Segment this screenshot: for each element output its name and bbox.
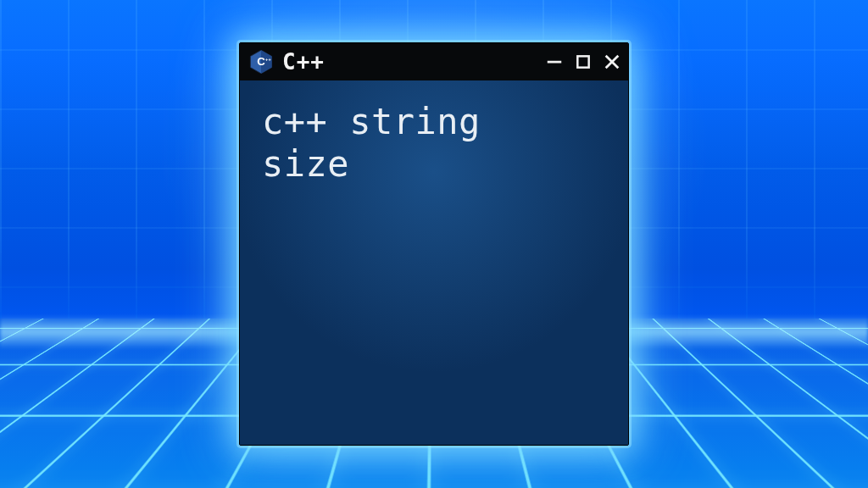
close-button[interactable] [603, 53, 621, 71]
window-title: C++ [282, 49, 537, 75]
titlebar[interactable]: C + + C++ [240, 43, 628, 80]
app-window: C + + C++ [239, 42, 629, 446]
svg-text:+: + [265, 57, 268, 62]
svg-rect-6 [577, 56, 588, 67]
maximize-button[interactable] [574, 53, 593, 71]
window-controls [545, 53, 621, 71]
svg-text:C: C [257, 55, 265, 68]
window-wrap: C + + C++ [239, 42, 629, 446]
cpp-logo-icon: C + + [248, 49, 274, 75]
window-body: c++ string size [240, 80, 628, 445]
svg-text:+: + [269, 57, 271, 62]
minimize-button[interactable] [545, 53, 564, 71]
body-text: c++ string size [262, 101, 606, 185]
